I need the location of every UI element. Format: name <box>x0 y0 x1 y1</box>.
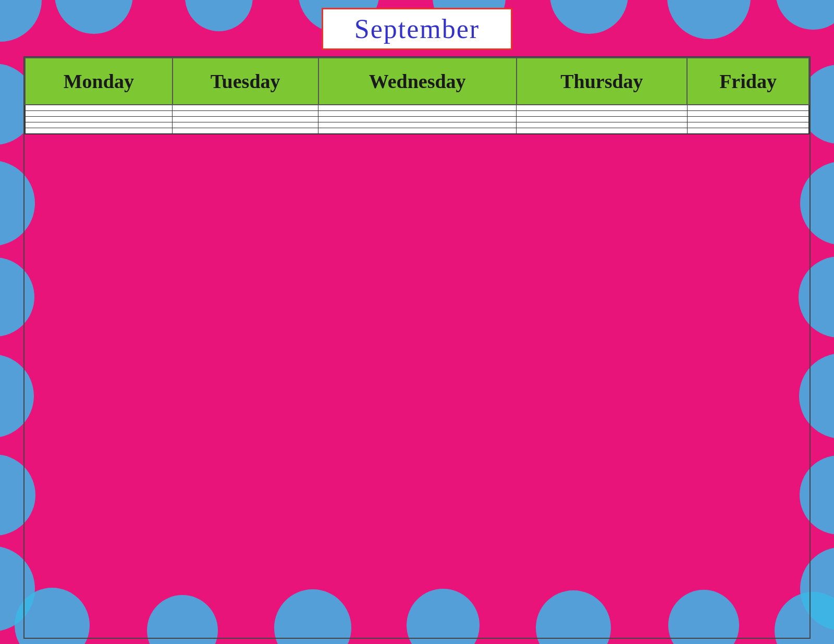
header-monday: Monday <box>25 58 173 105</box>
header-tuesday: Tuesday <box>173 58 318 105</box>
cell-row4-tue[interactable] <box>173 122 318 128</box>
cell-row4-thu[interactable] <box>517 122 687 128</box>
cell-row5-thu[interactable] <box>517 128 687 134</box>
cell-row3-tue[interactable] <box>173 117 318 122</box>
calendar-row-4 <box>25 122 809 128</box>
header-friday: Friday <box>687 58 809 105</box>
cell-row1-fri[interactable] <box>687 105 809 111</box>
cell-row2-mon[interactable] <box>25 111 173 117</box>
cell-row5-mon[interactable] <box>25 128 173 134</box>
calendar-row-3 <box>25 117 809 122</box>
cell-row2-fri[interactable] <box>687 111 809 117</box>
calendar-row-5 <box>25 128 809 134</box>
cell-row1-thu[interactable] <box>517 105 687 111</box>
cell-row3-wed[interactable] <box>318 117 517 122</box>
cell-row1-wed[interactable] <box>318 105 517 111</box>
cell-row3-thu[interactable] <box>517 117 687 122</box>
calendar-table: Monday Tuesday Wednesday Thursday Friday <box>24 57 810 134</box>
month-title: September <box>354 14 480 44</box>
calendar-wrapper: September Monday Tuesday Wednesday Thurs… <box>23 5 811 639</box>
calendar-row-1 <box>25 105 809 111</box>
cell-row2-thu[interactable] <box>517 111 687 117</box>
cell-row2-wed[interactable] <box>318 111 517 117</box>
cell-row4-fri[interactable] <box>687 122 809 128</box>
header-thursday: Thursday <box>517 58 687 105</box>
cell-row4-mon[interactable] <box>25 122 173 128</box>
cell-row1-mon[interactable] <box>25 105 173 111</box>
cell-row4-wed[interactable] <box>318 122 517 128</box>
cell-row3-fri[interactable] <box>687 117 809 122</box>
cell-row5-fri[interactable] <box>687 128 809 134</box>
cell-row1-tue[interactable] <box>173 105 318 111</box>
cell-row5-tue[interactable] <box>173 128 318 134</box>
cell-row3-mon[interactable] <box>25 117 173 122</box>
header-wednesday: Wednesday <box>318 58 517 105</box>
cell-row2-tue[interactable] <box>173 111 318 117</box>
calendar-grid-container: Monday Tuesday Wednesday Thursday Friday <box>23 56 811 639</box>
cell-row5-wed[interactable] <box>318 128 517 134</box>
month-title-container: September <box>322 8 512 50</box>
calendar-row-2 <box>25 111 809 117</box>
header-row: Monday Tuesday Wednesday Thursday Friday <box>25 58 809 105</box>
